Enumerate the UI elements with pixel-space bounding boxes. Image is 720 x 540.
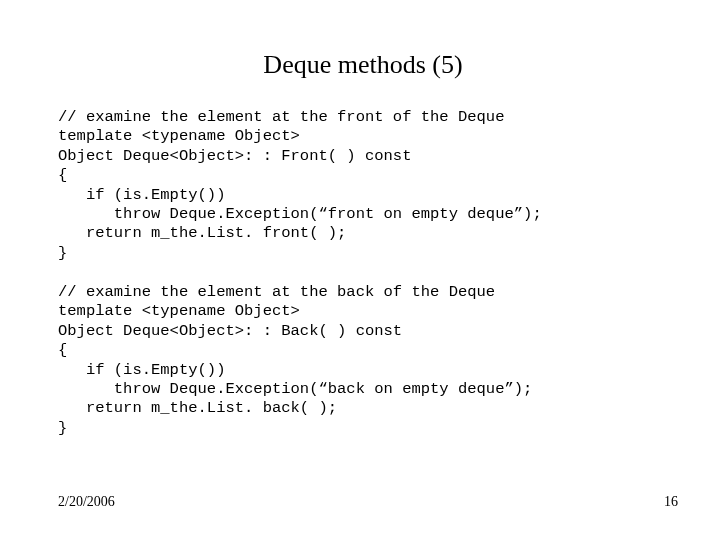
slide-content: Deque methods (5) // examine the element… <box>58 50 668 458</box>
slide-title: Deque methods (5) <box>58 50 668 80</box>
code-block-back: // examine the element at the back of th… <box>58 283 668 438</box>
footer-date: 2/20/2006 <box>58 494 115 510</box>
footer-page-number: 16 <box>664 494 678 510</box>
code-block-front: // examine the element at the front of t… <box>58 108 668 263</box>
